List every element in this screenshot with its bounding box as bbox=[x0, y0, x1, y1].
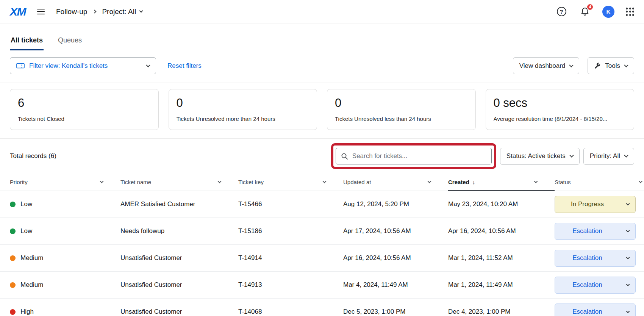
table-header-row: Priority Ticket name Ticket key Updated … bbox=[0, 174, 644, 191]
status-pill[interactable]: In Progress bbox=[555, 196, 636, 213]
status-dropdown-caret[interactable] bbox=[620, 223, 635, 239]
avatar[interactable]: K bbox=[602, 6, 614, 18]
annotation-highlight-box bbox=[331, 143, 496, 169]
chevron-down-icon bbox=[624, 153, 628, 157]
updated-at-cell: Apr 17, 2024, 10:56 AM bbox=[343, 227, 448, 235]
tab-all-tickets[interactable]: All tickets bbox=[10, 33, 44, 50]
stat-card-unresolved-more-24h: 0 Tickets Unresolved more than 24 hours bbox=[169, 89, 317, 130]
table-row[interactable]: Medium Unsatisfied Customer T-14913 Mar … bbox=[0, 272, 644, 299]
wrench-icon bbox=[594, 63, 600, 69]
updated-at-cell: Aug 12, 2024, 5:20 PM bbox=[343, 200, 448, 208]
table-row[interactable]: High Unsatisfied Customer T-14068 Dec 5,… bbox=[0, 299, 644, 316]
chevron-down-icon bbox=[639, 180, 642, 183]
ticket-name-cell: Unsatisfied Customer bbox=[120, 308, 238, 316]
filter-view-dropdown[interactable]: Filter view: Kendall's tickets bbox=[10, 57, 156, 74]
chevron-down-icon bbox=[626, 309, 630, 313]
priority-dot bbox=[10, 228, 16, 234]
column-header-ticket-name[interactable]: Ticket name bbox=[120, 174, 238, 191]
stat-card-unresolved-less-24h: 0 Tickets Unresolved less than 24 hours bbox=[327, 89, 476, 130]
hamburger-menu-icon[interactable] bbox=[36, 7, 46, 16]
table-row[interactable]: Low Needs followup T-15186 Apr 17, 2024,… bbox=[0, 218, 644, 245]
stat-label: Tickets Unresolved more than 24 hours bbox=[177, 116, 309, 122]
breadcrumb-section[interactable]: Follow-up bbox=[56, 8, 87, 16]
created-cell: May 23, 2024, 10:20 AM bbox=[448, 200, 555, 208]
table-row[interactable]: Medium Unsatisfied Customer T-14914 Apr … bbox=[0, 245, 644, 272]
priority-label: High bbox=[20, 308, 34, 316]
status-dropdown-caret[interactable] bbox=[620, 196, 635, 213]
column-header-priority[interactable]: Priority bbox=[10, 174, 120, 191]
view-dashboard-button[interactable]: View dashboard bbox=[513, 57, 580, 74]
priority-cell: Medium bbox=[10, 254, 120, 262]
stat-value: 6 bbox=[18, 96, 151, 110]
status-pill[interactable]: Escalation bbox=[555, 277, 636, 294]
ticket-search bbox=[336, 148, 492, 164]
updated-at-cell: Mar 4, 2024, 11:49 AM bbox=[343, 281, 448, 289]
priority-dot bbox=[10, 255, 16, 261]
column-label: Created bbox=[448, 179, 469, 185]
stat-value: 0 bbox=[335, 96, 468, 110]
priority-label: Medium bbox=[20, 281, 43, 289]
priority-label: Low bbox=[20, 200, 32, 208]
help-button[interactable]: ? bbox=[555, 6, 567, 18]
total-records-label: Total records (6) bbox=[10, 152, 56, 160]
status-cell: Escalation bbox=[555, 250, 639, 267]
records-bar: Total records (6) Status: Active tickets… bbox=[0, 139, 644, 174]
status-pill[interactable]: Escalation bbox=[555, 250, 636, 267]
reset-filters-link[interactable]: Reset filters bbox=[167, 62, 202, 70]
created-cell: Mar 1, 2024, 11:52 AM bbox=[448, 254, 555, 262]
project-selector[interactable]: Project: All bbox=[102, 8, 142, 16]
tools-button[interactable]: Tools bbox=[588, 57, 634, 74]
column-header-updated-at[interactable]: Updated at bbox=[343, 174, 448, 191]
stat-card-not-closed: 6 Tickets not Closed bbox=[10, 89, 159, 130]
status-dropdown-caret[interactable] bbox=[620, 250, 635, 266]
status-label: Escalation bbox=[555, 304, 620, 316]
top-bar: XM Follow-up Project: All ? 4 K bbox=[0, 0, 644, 23]
search-input[interactable] bbox=[352, 152, 486, 160]
page-tabs: All tickets Queues bbox=[0, 33, 644, 50]
column-header-created[interactable]: Created ↓ bbox=[448, 174, 555, 191]
table-row[interactable]: Low AMER Satisfied Customer T-15466 Aug … bbox=[0, 191, 644, 218]
column-label: Status bbox=[555, 179, 571, 185]
chevron-down-icon bbox=[428, 180, 431, 183]
priority-cell: Low bbox=[10, 227, 120, 235]
tab-queues[interactable]: Queues bbox=[57, 33, 83, 50]
column-header-status[interactable]: Status bbox=[555, 174, 639, 191]
priority-label: Low bbox=[20, 227, 32, 235]
notifications-button[interactable]: 4 bbox=[579, 6, 591, 18]
chevron-down-icon bbox=[100, 180, 104, 183]
stat-label: Tickets Unresolved less than 24 hours bbox=[335, 116, 468, 122]
help-icon: ? bbox=[557, 7, 566, 16]
updated-at-cell: Dec 5, 2023, 1:00 PM bbox=[343, 308, 448, 316]
status-label: Escalation bbox=[555, 277, 620, 293]
priority-dot bbox=[10, 309, 16, 315]
xm-logo[interactable]: XM bbox=[10, 5, 26, 18]
status-cell: Escalation bbox=[555, 223, 639, 240]
priority-filter-dropdown[interactable]: Priority: All bbox=[583, 148, 634, 165]
status-pill[interactable]: Escalation bbox=[555, 303, 636, 316]
status-dropdown-caret[interactable] bbox=[620, 277, 635, 293]
ticket-key-cell: T-15186 bbox=[238, 227, 343, 235]
status-filter-dropdown[interactable]: Status: Active tickets bbox=[500, 148, 580, 165]
ticket-name-cell: AMER Satisfied Customer bbox=[120, 200, 238, 208]
column-header-ticket-key[interactable]: Ticket key bbox=[238, 174, 343, 191]
stat-cards: 6 Tickets not Closed 0 Tickets Unresolve… bbox=[0, 83, 644, 139]
created-cell: Apr 16, 2024, 10:56 AM bbox=[448, 227, 555, 235]
view-dashboard-label: View dashboard bbox=[519, 62, 566, 70]
priority-cell: Low bbox=[10, 200, 120, 208]
column-label: Updated at bbox=[343, 179, 371, 185]
chevron-down-icon bbox=[624, 63, 628, 67]
status-cell: Escalation bbox=[555, 277, 639, 294]
apps-grid-icon[interactable] bbox=[626, 8, 634, 16]
chevron-down-icon bbox=[218, 180, 222, 183]
chevron-down-icon bbox=[534, 179, 538, 183]
status-label: Escalation bbox=[555, 223, 620, 239]
stat-card-avg-resolution: 0 secs Average resolution time (8/1/2024… bbox=[486, 89, 635, 130]
search-icon bbox=[341, 153, 348, 160]
chevron-down-icon bbox=[139, 9, 143, 13]
status-pill[interactable]: Escalation bbox=[555, 223, 636, 240]
status-label: Escalation bbox=[555, 250, 620, 266]
priority-label: Medium bbox=[20, 254, 43, 262]
project-selector-label: Project: All bbox=[102, 8, 136, 16]
status-dropdown-caret[interactable] bbox=[620, 304, 635, 316]
filter-bar: Filter view: Kendall's tickets Reset fil… bbox=[0, 50, 644, 83]
